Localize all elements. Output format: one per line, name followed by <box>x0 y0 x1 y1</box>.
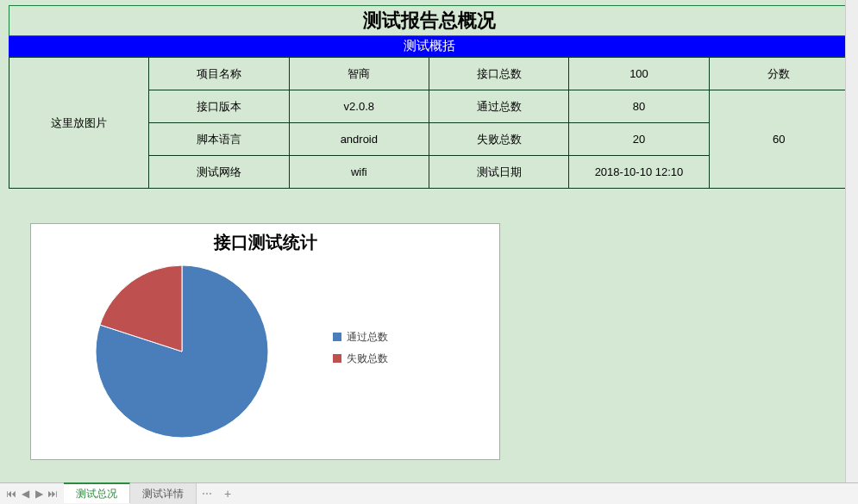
legend-item: 失败总数 <box>333 352 499 366</box>
cell-value: 智商 <box>289 58 429 90</box>
cell-label: 失败总数 <box>429 123 568 156</box>
image-placeholder-cell: 这里放图片 <box>9 58 149 189</box>
legend-label: 通过总数 <box>347 330 388 345</box>
score-value-cell: 60 <box>709 90 849 189</box>
tabs-host: 测试总况测试详情 <box>64 483 197 504</box>
cell-value: 100 <box>569 58 709 90</box>
chart-legend: 通过总数失败总数 <box>333 330 499 373</box>
tab-menu-icon[interactable]: ⋯ <box>197 488 217 500</box>
add-sheet-icon[interactable]: + <box>217 487 238 501</box>
chart-title: 接口测试统计 <box>31 224 499 254</box>
cell-label: 接口版本 <box>149 90 289 123</box>
cell-value: v2.0.8 <box>289 90 429 123</box>
legend-swatch <box>333 354 341 363</box>
cell-value: 80 <box>569 90 709 123</box>
cell-label: 通过总数 <box>429 90 568 123</box>
pie-chart <box>91 261 272 442</box>
vertical-scrollbar[interactable] <box>845 0 858 482</box>
cell-label: 项目名称 <box>149 58 289 90</box>
cell-label: 测试日期 <box>429 156 568 189</box>
score-label-cell: 分数 <box>709 58 849 90</box>
report-subtitle: 测试概括 <box>404 38 455 54</box>
table-row: 这里放图片 项目名称 智商 接口总数 100 分数 <box>9 58 849 90</box>
cell-value: 2018-10-10 12:10 <box>569 156 709 189</box>
legend-label: 失败总数 <box>347 352 388 366</box>
pie-svg-column <box>31 261 333 442</box>
sheet-tab-bar: ⏮ ◀ ▶ ⏭ 测试总况测试详情 ⋯ + <box>0 482 858 504</box>
report-subtitle-row: 测试概括 <box>9 36 849 57</box>
cell-label: 测试网络 <box>149 156 289 189</box>
tab-nav-arrows: ⏮ ◀ ▶ ⏭ <box>0 488 64 500</box>
legend-item: 通过总数 <box>333 330 499 345</box>
first-tab-icon[interactable]: ⏮ <box>5 488 17 500</box>
cell-value: 20 <box>569 123 709 156</box>
cell-value: android <box>289 123 429 156</box>
last-tab-icon[interactable]: ⏭ <box>47 488 59 500</box>
cell-value: wifi <box>289 156 429 189</box>
prev-tab-icon[interactable]: ◀ <box>19 488 31 500</box>
chart-body: 通过总数失败总数 <box>31 254 499 448</box>
cell-label: 接口总数 <box>429 58 568 90</box>
cell-label: 脚本语言 <box>149 123 289 156</box>
legend-swatch <box>333 333 341 341</box>
pie-chart-container: 接口测试统计 通过总数失败总数 <box>30 223 500 460</box>
worksheet-area: 测试报告总概况 测试概括 这里放图片 项目名称 智商 接口总数 100 分数 接… <box>0 0 858 482</box>
sheet-tab[interactable]: 测试详情 <box>130 483 197 504</box>
sheet-tab[interactable]: 测试总况 <box>64 482 130 503</box>
next-tab-icon[interactable]: ▶ <box>33 488 45 500</box>
summary-table: 这里放图片 项目名称 智商 接口总数 100 分数 接口版本 v2.0.8 通过… <box>9 57 849 189</box>
report-title: 测试报告总概况 <box>363 8 496 34</box>
report-title-row: 测试报告总概况 <box>9 5 849 36</box>
